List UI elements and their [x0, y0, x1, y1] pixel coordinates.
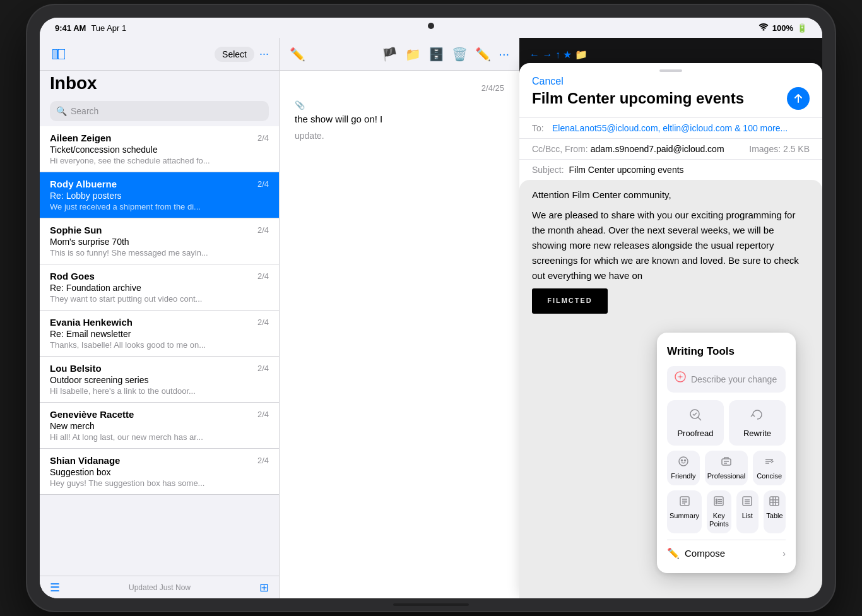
trash-icon[interactable]: 🗑️	[452, 47, 468, 62]
wt-tone-buttons: Friendly	[667, 451, 786, 485]
svg-point-9	[684, 459, 685, 461]
summary-icon	[679, 495, 690, 509]
writing-tools-input[interactable]: Describe your change	[667, 366, 786, 393]
mail-preview: This is so funny! She messaged me sayin.…	[50, 248, 269, 258]
table-button[interactable]: Table	[764, 490, 786, 533]
svg-rect-3	[58, 49, 65, 59]
cc-field[interactable]: Cc/Bcc, From: adam.s9noend7.paid@icloud.…	[519, 138, 822, 159]
rewrite-button[interactable]: Rewrite	[729, 400, 786, 446]
subject-field[interactable]: Subject: Film Center upcoming events	[519, 159, 822, 180]
main-content: Select ··· Inbox 🔍 Search Aileen Zeigen …	[40, 38, 822, 598]
friendly-icon	[678, 456, 689, 470]
key-points-icon	[713, 495, 724, 509]
mail-item[interactable]: Shian Vidanage 2/4 Suggestion box Hey gu…	[40, 449, 279, 495]
camera-notch	[428, 23, 434, 29]
key-points-button[interactable]: Key Points	[707, 490, 731, 533]
sidebar-toggle-icon[interactable]	[50, 45, 68, 63]
compose-row[interactable]: ✏️ Compose ›	[667, 540, 786, 563]
svg-line-6	[698, 417, 701, 420]
status-date: Tue Apr 1	[91, 23, 126, 33]
mail-item-selected[interactable]: Rody Albuerne 2/4 Re: Lobby posters We j…	[40, 172, 279, 218]
updated-text: Updated Just Now	[60, 583, 259, 592]
send-button[interactable]	[787, 87, 810, 110]
mail-item[interactable]: Geneviève Racette 2/4 New merch Hi all! …	[40, 403, 279, 449]
status-bar: 9:41 AM Tue Apr 1 100% 🔋	[40, 18, 822, 38]
mail-date: 2/4	[257, 179, 269, 189]
svg-point-8	[681, 459, 682, 461]
mail-item[interactable]: Lou Belsito 2/4 Outdoor screening series…	[40, 357, 279, 403]
select-button[interactable]: Select	[215, 47, 254, 62]
friendly-button[interactable]: Friendly	[667, 451, 700, 485]
modal-body[interactable]: Attention Film Center community, We are …	[519, 180, 822, 598]
email-body-secondary: update.	[295, 131, 504, 141]
flag-icon[interactable]: 🏴	[382, 47, 398, 62]
professional-button[interactable]: Professional	[705, 451, 748, 485]
mail-subject: Suggestion box	[50, 467, 269, 477]
proofread-button[interactable]: Proofread	[667, 400, 724, 446]
wt-input-placeholder: Describe your change	[691, 372, 777, 386]
mail-subject: Re: Email newsletter	[50, 329, 269, 339]
rewrite-label: Rewrite	[743, 429, 771, 438]
compose-icon[interactable]: ✏️	[290, 47, 305, 62]
edit-icon[interactable]: ✏️	[475, 47, 491, 62]
to-label: To:	[532, 123, 550, 133]
summary-button[interactable]: Summary	[667, 490, 702, 533]
professional-label: Professional	[707, 472, 746, 480]
status-time: 9:41 AM	[55, 23, 86, 33]
archive-icon[interactable]: 🗄️	[428, 47, 444, 62]
summary-label: Summary	[670, 512, 699, 520]
mail-item[interactable]: Rod Goes 2/4 Re: Foundation archive They…	[40, 264, 279, 311]
mail-subject: Outdoor screening series	[50, 375, 269, 385]
stack-icon[interactable]: ⊞	[259, 581, 269, 595]
mail-detail-toolbar: ✏️ 🏴 📁 🗄️ 🗑️ ✏️ ···	[280, 38, 519, 71]
compose-modal: Cancel Film Center upcoming events To: E…	[519, 63, 822, 598]
writing-tools-popup: Writing Tools	[657, 333, 796, 573]
mail-preview: Hi Isabelle, here's a link to the outdoo…	[50, 386, 269, 396]
mail-sender: Evania Henkewich	[50, 317, 133, 328]
list-icon	[741, 495, 753, 509]
mail-date: 2/4	[257, 133, 269, 143]
mail-item[interactable]: Evania Henkewich 2/4 Re: Email newslette…	[40, 311, 279, 357]
mail-item[interactable]: Aileen Zeigen 2/4 Ticket/concession sche…	[40, 126, 279, 172]
battery-text: 100%	[772, 23, 793, 33]
search-bar[interactable]: 🔍 Search	[50, 101, 269, 121]
mail-date: 2/4	[257, 225, 269, 235]
proofread-label: Proofread	[677, 429, 713, 438]
cc-label: Cc/Bcc, From:	[532, 144, 588, 154]
search-placeholder: Search	[71, 106, 98, 116]
mail-date: 2/4	[257, 456, 269, 465]
proofread-icon	[688, 408, 702, 425]
subject-label: Subject:	[532, 165, 564, 175]
mail-date: 2/4	[257, 317, 269, 327]
mail-preview: Hey guys! The suggestion box has some...	[50, 478, 269, 488]
svg-point-7	[679, 457, 688, 466]
svg-point-23	[716, 501, 717, 502]
wifi-icon	[759, 23, 769, 33]
list-button[interactable]: List	[736, 490, 759, 533]
mail-sender: Geneviève Racette	[50, 409, 134, 420]
more-icon[interactable]: ···	[499, 47, 509, 61]
mail-subject: Re: Foundation archive	[50, 283, 269, 293]
mail-date: 2/4	[257, 364, 269, 373]
concise-button[interactable]: Concise	[753, 451, 786, 485]
filter-icon[interactable]: ☰	[50, 581, 60, 595]
mail-subject: Re: Lobby posters	[50, 191, 269, 201]
email-paperclip: 📎	[295, 100, 504, 110]
professional-icon	[721, 456, 732, 470]
mail-sender: Rody Albuerne	[50, 179, 117, 189]
cancel-button[interactable]: Cancel	[519, 76, 822, 87]
mail-list: Aileen Zeigen 2/4 Ticket/concession sche…	[40, 126, 279, 576]
more-options-button[interactable]: ···	[259, 47, 269, 61]
detail-panel: ✏️ 🏴 📁 🗄️ 🗑️ ✏️ ··· 2/4/25 📎 the show wi…	[280, 38, 822, 598]
svg-rect-10	[722, 459, 731, 465]
mail-item[interactable]: Sophie Sun 2/4 Mom's surprise 70th This …	[40, 218, 279, 264]
mail-toolbar: Select ···	[40, 38, 279, 71]
mail-sender: Sophie Sun	[50, 225, 102, 235]
sparkle-icon	[675, 371, 686, 388]
folder-icon[interactable]: 📁	[405, 47, 421, 62]
to-field[interactable]: To: ElenaLanot55@icloud.com, eltlin@iclo…	[519, 117, 822, 138]
wt-main-buttons: Proofread Rewrite	[667, 400, 786, 446]
to-value: ElenaLanot55@icloud.com, eltlin@icloud.c…	[552, 123, 810, 133]
status-right-icons: 100% 🔋	[759, 23, 807, 33]
mail-sidebar: Select ··· Inbox 🔍 Search Aileen Zeigen …	[40, 38, 280, 598]
